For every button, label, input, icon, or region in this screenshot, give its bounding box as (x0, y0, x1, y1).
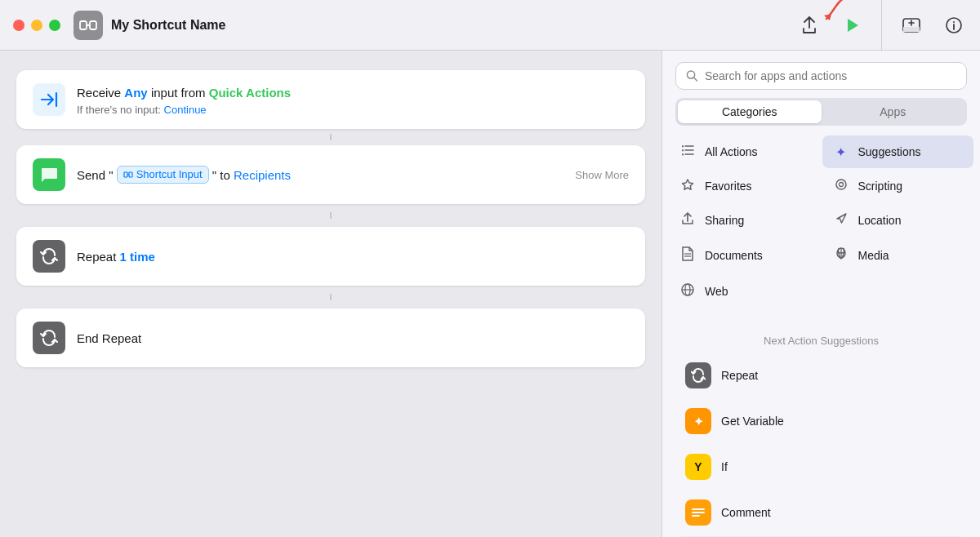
main-content: Receive Any input from Quick Actions If … (0, 51, 980, 537)
sharing-label: Sharing (705, 214, 744, 227)
sidebar: Categories Apps All Actions (662, 51, 980, 537)
receive-action-icon (33, 83, 65, 116)
connector-line-2 (330, 212, 332, 219)
next-suggestions-title: Next Action Suggestions (675, 335, 967, 347)
suggestion-comment[interactable]: Comment (675, 490, 967, 535)
connector-1 (16, 134, 645, 140)
svg-point-11 (953, 21, 955, 23)
web-icon (679, 282, 697, 300)
info-button[interactable] (941, 12, 967, 38)
svg-rect-6 (903, 27, 920, 32)
sidebar-tabs: Categories Apps (675, 98, 967, 126)
suggestion-comment-label: Comment (721, 506, 771, 519)
repeat-label: Repeat (77, 250, 120, 264)
web-label: Web (705, 285, 728, 298)
category-web[interactable]: Web (669, 274, 821, 308)
all-actions-label: All Actions (705, 145, 758, 158)
minimize-button[interactable] (31, 20, 42, 31)
media-label: Media (858, 249, 889, 262)
search-input[interactable] (705, 69, 956, 82)
send-message-content: Send " Shortcut Input " to Recipients (77, 166, 629, 184)
shortcut-name: My Shortcut Name (111, 18, 796, 33)
sharing-icon (679, 212, 697, 229)
play-button-container (839, 12, 865, 38)
location-icon (832, 212, 850, 229)
suggestion-if[interactable]: Y If (675, 445, 967, 489)
suggestion-get-variable-icon: ✦ (685, 408, 711, 434)
suggestions-label: Suggestions (858, 145, 921, 158)
titlebar-actions (796, 0, 967, 51)
end-repeat-content: End Repeat (77, 330, 629, 347)
tab-apps[interactable]: Apps (822, 100, 965, 123)
scripting-icon (832, 178, 850, 194)
send-message-action-icon (33, 158, 65, 191)
send-message-top-row: Send " Shortcut Input " to Recipients (77, 166, 629, 184)
media-icon (832, 246, 850, 264)
repeat-content: Repeat 1 time (77, 248, 629, 265)
share-button[interactable] (796, 12, 822, 38)
shortcut-input-badge[interactable]: Shortcut Input (117, 166, 209, 184)
search-box (675, 62, 967, 90)
location-label: Location (858, 214, 902, 227)
favorites-label: Favorites (705, 180, 752, 193)
end-repeat-action-icon (33, 322, 65, 354)
recipients-link[interactable]: Recipients (234, 168, 291, 182)
receive-action-card: Receive Any input from Quick Actions If … (16, 70, 645, 129)
suggestion-get-variable[interactable]: ✦ Get Variable (675, 399, 967, 443)
receive-action-title: Receive Any input from Quick Actions (77, 84, 629, 101)
scripting-label: Scripting (858, 180, 902, 193)
receive-continue-link[interactable]: Continue (164, 104, 207, 116)
receive-quick-actions-badge[interactable]: Quick Actions (209, 86, 291, 100)
search-icon (686, 69, 698, 82)
category-grid: All Actions ✦ Suggestions Favorites (662, 135, 980, 308)
all-actions-icon (679, 144, 697, 160)
send-message-action-card: Send " Shortcut Input " to Recipients (16, 145, 645, 204)
svg-rect-1 (90, 21, 96, 29)
category-suggestions[interactable]: ✦ Suggestions (822, 135, 974, 168)
suggestion-repeat[interactable]: Repeat (675, 353, 967, 397)
category-all-actions[interactable]: All Actions (669, 135, 821, 168)
svg-point-24 (839, 183, 843, 187)
category-media[interactable]: Media (822, 238, 974, 273)
send-message-title: Send " Shortcut Input " to Recipients (77, 166, 291, 184)
connector-line-1 (330, 134, 332, 140)
svg-rect-13 (129, 172, 132, 177)
receive-subtitle: If there's no input: Continue (77, 104, 629, 116)
receive-any-badge[interactable]: Any (124, 86, 147, 100)
repeat-title: Repeat 1 time (77, 248, 629, 265)
connector-2 (16, 212, 645, 219)
app-icon (74, 11, 103, 40)
suggestion-comment-icon (685, 499, 711, 526)
svg-marker-3 (824, 14, 831, 20)
repeat-count-badge[interactable]: 1 time (120, 250, 155, 264)
tab-categories[interactable]: Categories (678, 100, 822, 123)
send-to-label: " to (212, 168, 234, 182)
repeat-action-icon (33, 240, 65, 273)
connector-3 (16, 294, 645, 300)
category-sharing[interactable]: Sharing (669, 204, 821, 237)
svg-rect-12 (124, 172, 127, 177)
maximize-button[interactable] (49, 20, 60, 31)
category-documents[interactable]: Documents (669, 238, 821, 273)
receive-action-content: Receive Any input from Quick Actions If … (77, 84, 629, 116)
show-more-button[interactable]: Show More (575, 169, 629, 181)
documents-label: Documents (705, 249, 763, 262)
next-suggestions-section: Next Action Suggestions Repeat ✦ Get Var… (662, 325, 980, 537)
category-scripting[interactable]: Scripting (822, 170, 974, 202)
suggestion-repeat-icon (685, 362, 711, 388)
add-to-dock-button[interactable] (898, 12, 924, 38)
titlebar-divider (881, 0, 882, 51)
suggestion-repeat-label: Repeat (721, 369, 758, 382)
receive-no-input-label: If there's no input: (77, 104, 164, 116)
end-repeat-title: End Repeat (77, 330, 629, 347)
category-favorites[interactable]: Favorites (669, 170, 821, 202)
suggestion-if-label: If (721, 460, 728, 473)
end-repeat-action-card: End Repeat (16, 308, 645, 367)
svg-line-16 (694, 78, 697, 81)
connector-line-3 (330, 294, 332, 300)
category-location[interactable]: Location (822, 204, 974, 237)
suggestion-get-variable-label: Get Variable (721, 415, 784, 428)
favorites-icon (679, 178, 697, 194)
sidebar-search-area (662, 51, 980, 98)
close-button[interactable] (13, 20, 24, 31)
